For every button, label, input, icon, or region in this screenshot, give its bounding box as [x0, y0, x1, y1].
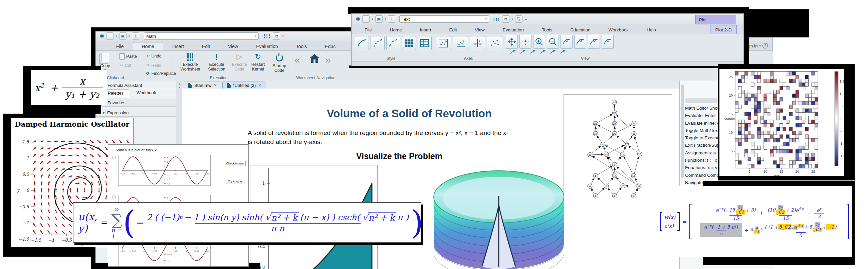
sidebar-section-favorites[interactable]: Favorites	[95, 99, 176, 107]
chevron-down-icon[interactable]: ▾	[116, 34, 117, 38]
plot2d-tab-help[interactable]: Help	[638, 26, 665, 34]
plot2d-tab-view[interactable]: View	[466, 26, 494, 34]
translate-button[interactable]	[520, 35, 531, 49]
open-grid-button[interactable]	[417, 36, 432, 50]
chevron-down-icon[interactable]: ▾	[128, 34, 130, 38]
svg-text:10: 10	[764, 170, 768, 173]
point-probe-button[interactable]	[559, 48, 568, 56]
execute-worksheet-button[interactable]: Execute Worksheet	[180, 53, 200, 72]
scale-probe-button[interactable]	[528, 48, 538, 56]
sidebar-section-expression[interactable]: ▼Expression	[95, 109, 176, 117]
formula-assistant-row[interactable]: Formula Assistant	[95, 82, 176, 89]
math-token: )	[754, 207, 755, 212]
overflow-icon[interactable]: »	[524, 17, 527, 22]
redo-button[interactable]: ↷Redo	[146, 63, 161, 68]
plot2d-tab-file[interactable]: File	[355, 26, 381, 34]
tab-home[interactable]: Home	[133, 42, 163, 51]
panel-scrollbar[interactable]	[681, 85, 684, 178]
navigate-forward-icon[interactable]: »	[325, 54, 331, 65]
document-tab[interactable]: *Untitled (2)✕	[222, 82, 266, 89]
directed-graph-card[interactable]: 1234578612119101314161517192018212425222…	[563, 94, 672, 205]
no-axes-button[interactable]	[487, 36, 502, 50]
plot2d-tab-insert[interactable]: Insert	[411, 26, 440, 34]
tab-tools[interactable]: Tools	[287, 42, 316, 51]
undo-button[interactable]: ↶Undo	[146, 54, 161, 58]
execute-selection-button[interactable]: ! Execute Selection	[206, 53, 227, 72]
text-mode-select[interactable]: Math▾	[144, 32, 259, 40]
chevron-down-icon[interactable]: ▾	[759, 44, 761, 48]
grid-points-button[interactable]	[549, 48, 559, 56]
execute-code-button[interactable]: ▷ Execute Code	[230, 53, 249, 72]
plot2d-tab-home[interactable]: Home	[381, 26, 411, 34]
plot2d-tab-tools[interactable]: Tools	[533, 26, 561, 34]
crossed-axes-button[interactable]	[470, 36, 485, 50]
restart-kernel-button[interactable]: ↻ Restart Kernel	[248, 53, 268, 72]
probe-3-button[interactable]	[588, 35, 600, 49]
zoom-out-button[interactable]	[547, 35, 559, 49]
probe-2-button[interactable]	[574, 35, 586, 49]
paste-toolbar-icon[interactable]: ⎘	[515, 16, 523, 23]
document-tab[interactable]: Start.mw✕	[184, 82, 221, 89]
text-mode-select[interactable]: Text▾	[399, 16, 489, 23]
tab-educ[interactable]: Educ	[316, 42, 344, 51]
plot2d-tab-workbook[interactable]: Workbook	[599, 26, 638, 34]
point-line-plot-button[interactable]	[386, 36, 400, 50]
home-icon[interactable]	[309, 54, 320, 63]
navigate-back-icon[interactable]: «	[294, 54, 300, 65]
rotate-button[interactable]	[519, 48, 528, 56]
copy-toolbar-icon[interactable]: ⧉	[502, 16, 509, 23]
execute-all-icon[interactable]: !!!	[493, 17, 500, 22]
axis-fit-button[interactable]	[508, 48, 519, 56]
cut-button[interactable]: ✂Cut	[120, 63, 131, 68]
plot2d-tab-edit[interactable]: Edit	[440, 26, 466, 34]
point-plot-button[interactable]	[371, 36, 384, 50]
tab-workbook[interactable]: Workbook	[129, 89, 163, 97]
sparse-matrix-heatmap-card[interactable]: 510152025510152025rowcolumn1.510.50-0.5-…	[719, 69, 844, 176]
chevron-down-icon[interactable]: ▾	[372, 18, 373, 21]
restart-kernel-icon: ↻	[255, 53, 261, 61]
chevron-down-icon[interactable]: ▾	[512, 18, 513, 21]
save-icon[interactable]: ▣	[375, 16, 382, 23]
plot2d-tab-evaluation[interactable]: Evaluation	[494, 26, 533, 34]
probe-1-button[interactable]	[561, 35, 572, 49]
close-icon[interactable]: ✕	[214, 83, 217, 88]
solid-of-revolution-3d-plot[interactable]	[432, 168, 566, 269]
tab-edit[interactable]: Edit	[193, 42, 219, 51]
filled-grid-button[interactable]	[402, 36, 416, 50]
plot2d-tab-education[interactable]: Education	[561, 26, 599, 34]
chevron-down-icon[interactable]: ▾	[282, 34, 284, 38]
pan-button[interactable]	[506, 35, 518, 49]
find-replace-button[interactable]: ⟳Find/Replace	[146, 71, 176, 76]
normal-axes-button[interactable]	[453, 36, 468, 50]
copy-button[interactable]: Copy▾	[100, 53, 110, 71]
maple-logo-icon: ✱	[355, 16, 360, 23]
math-token: e	[793, 225, 797, 230]
boxed-axes-button[interactable]	[436, 36, 451, 50]
grid-lines-button[interactable]	[538, 48, 549, 56]
svg-text:0.4: 0.4	[258, 244, 265, 249]
tab-view[interactable]: View	[219, 42, 247, 51]
radio-option-1[interactable]	[112, 156, 116, 159]
chevron-down-icon[interactable]: ▾	[384, 18, 386, 21]
probe-4-button[interactable]	[601, 35, 614, 49]
startup-code-button[interactable]: Startup Code	[270, 53, 289, 73]
tab-plot-2d[interactable]: Plot 2-D	[710, 25, 737, 35]
export-icon[interactable]: ↥	[388, 16, 395, 23]
copy-toolbar-icon[interactable]: ⧉	[273, 32, 280, 40]
close-icon[interactable]: ✕	[258, 83, 261, 88]
tab-file[interactable]: File	[107, 42, 133, 51]
radio-option-2[interactable]	[112, 196, 116, 199]
try-another-button[interactable]: Try Another	[226, 179, 245, 184]
tab-insert[interactable]: Insert	[163, 42, 193, 51]
tab-evaluation[interactable]: Evaluation	[247, 42, 287, 51]
check-answer-button[interactable]: Check Answer	[225, 161, 246, 166]
execute-all-icon[interactable]: !!!	[264, 33, 271, 39]
paste-button[interactable]: Paste	[120, 54, 137, 59]
line-plot-button[interactable]	[355, 36, 369, 50]
new-document-icon[interactable]: +	[362, 16, 370, 23]
save-icon[interactable]: ▣	[119, 32, 127, 40]
new-document-icon[interactable]: +	[106, 32, 114, 40]
help-icon[interactable]: ?	[763, 43, 768, 49]
export-icon[interactable]: ↥	[132, 32, 139, 40]
zoom-in-button[interactable]	[533, 35, 545, 49]
